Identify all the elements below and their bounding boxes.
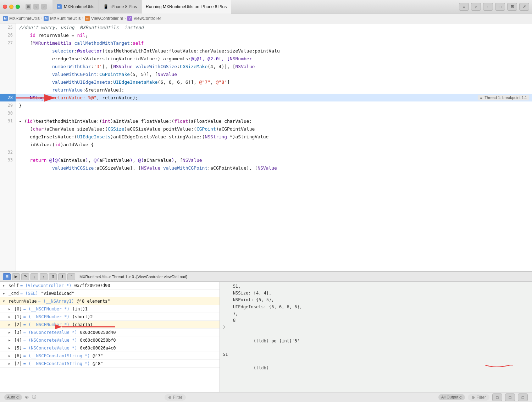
continue-button[interactable]: ▶ <box>12 273 20 280</box>
line-num-blank8 <box>0 133 16 141</box>
line-num-blank10 <box>0 164 16 172</box>
code-line-27: [MXRuntimeUtils callMethodWithTarget:sel… <box>16 39 532 47</box>
split-view-button[interactable]: □ <box>495 3 505 11</box>
debugger-content: ▶ self = (ViewController *) 0x7ff209107d… <box>0 282 532 392</box>
tab-mxruntimeutils[interactable]: M MXRuntimeUtils <box>52 0 99 13</box>
breadcrumb-label-group: MXRuntimeUtils <box>50 16 81 21</box>
filter-input-right[interactable]: ⊕ Filter <box>468 394 489 401</box>
breadcrumb-item-class[interactable]: V ViewController <box>127 16 161 21</box>
menu-button[interactable]: ≡ <box>459 3 469 11</box>
forward-button[interactable]: › <box>41 4 47 10</box>
expand-icon-7: ▶ <box>9 362 13 365</box>
code-line-31c: edgeInsetsValue:(UIEdgeInsets)anUIEdgeIn… <box>16 133 532 141</box>
console-line-1: 51, <box>223 283 529 290</box>
tab-label-running: Running MXRuntimeUtils on iPhone 8 Plus <box>146 4 227 9</box>
eye-icon[interactable]: 👁 <box>25 395 29 400</box>
expand-icon-6: ▶ <box>9 354 13 358</box>
line-num-blank7 <box>0 125 16 133</box>
code-line-cont3: numberWithChar:'3'], [NSValue valueWithC… <box>16 62 532 70</box>
line-num-30: 30 <box>0 109 16 117</box>
back-button[interactable]: ‹ <box>33 4 39 10</box>
var-row-7[interactable]: ▶ [7] = (__NSCFConstantString *) @"8" <box>0 360 220 368</box>
var-type-3: = (NSConcreteValue *) <box>23 330 77 335</box>
var-row-returnvalue[interactable]: ▼ returnValue = (__NSArray1) @"8 element… <box>0 297 220 305</box>
line-num-blank1 <box>0 47 16 55</box>
var-type-4: = (NSConcreteValue *) <box>23 338 77 343</box>
tab-label-iphone: iPhone 8 Plus <box>111 4 137 9</box>
info-icon[interactable]: ⓘ <box>32 394 36 400</box>
var-row-cmd[interactable]: ▶ _cmd = (SEL) "viewDidLoad" <box>0 290 220 297</box>
expand-icon-self: ▶ <box>3 284 7 287</box>
var-name-1: [1] <box>14 314 22 319</box>
tab-running[interactable]: Running MXRuntimeUtils on iPhone 8 Plus <box>142 0 231 13</box>
var-type-cmd: = (SEL) <box>20 291 38 296</box>
debug-memory-button[interactable]: ⌃ <box>67 273 75 280</box>
console-layout-btn1[interactable]: □ <box>492 393 502 401</box>
auto-button[interactable]: Auto ◇ <box>4 394 22 400</box>
minimize-button[interactable] <box>9 5 13 9</box>
code-line-cont5: valueWithUIEdgeInsets:UIEdgeInsetsMake(6… <box>16 78 532 86</box>
breadcrumb-arrow-2: › <box>82 16 83 20</box>
status-bar: Auto ◇ 👁 ⓘ ⊕ Filter All Output ◇ ⊕ Filte… <box>0 392 532 402</box>
maximize-button[interactable] <box>16 5 20 9</box>
all-output-label: All Output ◇ <box>441 395 462 400</box>
console-panel[interactable]: 51, NSSize: {4, 4}, NSPoint: {5, 5}, UIE… <box>220 282 532 392</box>
filter-icon-right: ⊕ <box>471 395 475 400</box>
line-num-blank3 <box>0 62 16 70</box>
step-out-button[interactable]: ↑ <box>40 273 48 280</box>
console-line-3: NSPoint: {5, 5}, <box>223 297 529 303</box>
var-row-2[interactable]: ▶ [2] = (__NSCFNumber *) (char)51 <box>0 321 220 329</box>
down-frame-button[interactable]: ⬇ <box>58 273 66 280</box>
variables-panel[interactable]: ▶ self = (ViewController *) 0x7ff209107d… <box>0 282 220 392</box>
code-editor[interactable]: 25 26 27 28 29 30 31 32 33 <box>0 23 532 271</box>
var-type-1: = (__NSCFNumber *) <box>23 314 70 319</box>
var-name-self: self <box>9 283 19 288</box>
breadcrumb-item-group[interactable]: M MXRuntimeUtils <box>44 16 81 21</box>
breadcrumb-label-file: ViewController.m <box>91 16 123 21</box>
close-button[interactable] <box>3 5 7 9</box>
tab-iphone[interactable]: 📱 iPhone 8 Plus <box>99 0 142 13</box>
var-name-0: [0] <box>14 307 22 312</box>
var-row-4[interactable]: ▶ [4] = (NSConcreteValue *) 0x60c000250b… <box>0 336 220 344</box>
var-row-5[interactable]: ▶ [5] = (NSConcreteValue *) 0x60c00026a4… <box>0 344 220 352</box>
code-line-33b: valueWithCGSize:aCGSizeValue], [NSValue … <box>16 164 532 172</box>
up-frame-button[interactable]: ⬆ <box>49 273 57 280</box>
var-type-2: = (__NSCFNumber *) <box>23 322 70 327</box>
back-nav-button[interactable]: ← <box>483 3 493 11</box>
step-into-button[interactable]: ↓ <box>31 273 38 280</box>
var-value-returnvalue: @"8 elements" <box>77 299 110 304</box>
code-line-25: //don't worry, using MXRuntimeUtils inst… <box>16 23 532 31</box>
var-row-self[interactable]: ▶ self = (ViewController *) 0x7ff209107d… <box>0 282 220 290</box>
step-over-button[interactable]: ↷ <box>21 273 29 280</box>
layout-button[interactable]: ⊟ <box>507 3 517 11</box>
line-num-32: 32 <box>0 148 16 156</box>
console-line-2: NSSize: {4, 4}, <box>223 290 529 297</box>
code-lines: //don't worry, using MXRuntimeUtils inst… <box>16 23 532 271</box>
var-name-6: [6] <box>14 353 22 358</box>
line-num-29: 29 <box>0 101 16 109</box>
var-row-1[interactable]: ▶ [1] = (__NSCFNumber *) (short)2 <box>0 313 220 321</box>
debugger-toggle-button[interactable]: ⊟ <box>3 273 11 280</box>
var-type-5: = (NSConcreteValue *) <box>23 346 77 351</box>
expand-icon-returnvalue: ▼ <box>3 299 7 303</box>
status-bar-left: Auto ◇ 👁 ⓘ <box>4 394 36 400</box>
sidebar-toggle-button[interactable]: ⊞ <box>26 4 31 10</box>
var-type-7: = (__NSCFConstantString *) <box>23 361 90 366</box>
breadcrumb-item-file[interactable]: m ViewController.m <box>85 16 123 21</box>
fullscreen-button[interactable]: ⤢ <box>519 3 529 11</box>
var-value-1: (short)2 <box>72 314 93 319</box>
var-row-3[interactable]: ▶ [3] = (NSConcreteValue *) 0x60c000250d… <box>0 329 220 336</box>
console-layout-btn3[interactable]: □ <box>518 393 528 401</box>
var-name-5: [5] <box>14 346 22 351</box>
var-type-0: = (__NSCFNumber *) <box>23 307 70 312</box>
var-value-3: 0x60c000250d40 <box>80 330 116 335</box>
console-layout-btn2[interactable]: □ <box>505 393 515 401</box>
line-num-blank6 <box>0 86 16 94</box>
filter-input-left[interactable]: ⊕ Filter <box>165 394 186 401</box>
var-row-6[interactable]: ▶ [6] = (__NSCFConstantString *) @"7" <box>0 352 220 360</box>
code-content: 25 26 27 28 29 30 31 32 33 <box>0 23 532 271</box>
var-row-0[interactable]: ▶ [0] = (__NSCFNumber *) (int)1 <box>0 305 220 313</box>
search-button[interactable]: ⌕ <box>471 3 481 11</box>
all-output-button[interactable]: All Output ◇ <box>438 394 465 400</box>
breadcrumb-item-root[interactable]: M MXRuntimeUtils <box>3 16 40 21</box>
